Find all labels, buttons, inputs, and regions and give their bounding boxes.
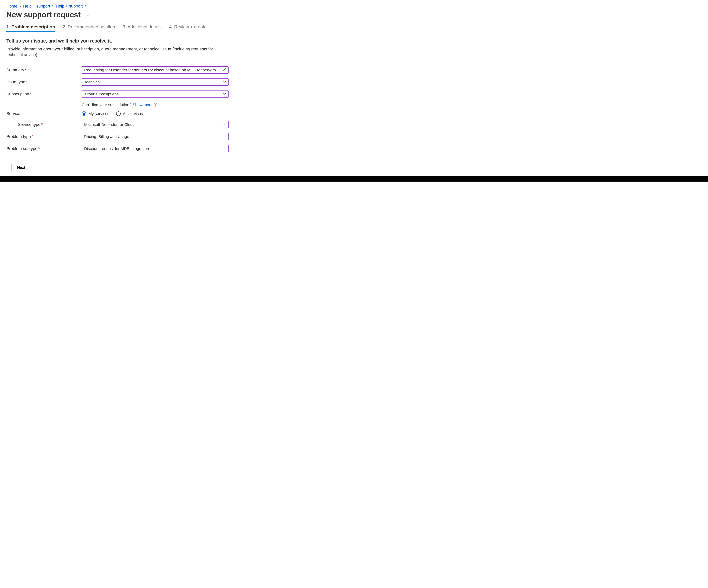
issue-type-select[interactable]: Technical bbox=[82, 79, 229, 86]
summary-input[interactable]: Requesting for Defender for servers P2 d… bbox=[82, 66, 229, 73]
tree-connector-icon bbox=[10, 117, 16, 124]
chevron-down-icon bbox=[223, 146, 226, 151]
subscription-label: Subscription* bbox=[6, 92, 82, 96]
chevron-down-icon bbox=[223, 80, 226, 84]
service-radio-group: My services All services bbox=[82, 112, 229, 116]
chevron-right-icon bbox=[85, 5, 87, 7]
service-type-label: Service type* bbox=[6, 122, 82, 127]
tab-review-create[interactable]: 4. Review + create bbox=[169, 24, 207, 32]
radio-unchecked-icon bbox=[116, 112, 121, 116]
tab-additional-details[interactable]: 3. Additional details bbox=[123, 24, 162, 32]
tab-recommended-solution[interactable]: 2. Recommended solution bbox=[63, 24, 115, 32]
subscription-select[interactable]: <Your subscription> bbox=[82, 91, 229, 98]
check-icon bbox=[222, 68, 226, 72]
footer-bar: Next bbox=[0, 160, 708, 176]
decorative-strip bbox=[0, 176, 708, 182]
breadcrumb: Home Help + support Help + support bbox=[6, 4, 702, 9]
problem-type-label: Problem type* bbox=[6, 134, 82, 139]
chevron-down-icon bbox=[223, 134, 226, 139]
breadcrumb-help-support-1[interactable]: Help + support bbox=[23, 4, 50, 9]
chevron-right-icon bbox=[52, 5, 54, 7]
chevron-down-icon bbox=[223, 122, 226, 127]
problem-subtype-select[interactable]: Discount request for MDE integration bbox=[82, 145, 229, 152]
summary-label: Summary* bbox=[6, 67, 82, 72]
chevron-right-icon bbox=[20, 5, 21, 7]
subscription-hint: Can't find your subscription? Show more … bbox=[82, 102, 157, 107]
radio-all-services[interactable]: All services bbox=[116, 112, 143, 116]
problem-subtype-label: Problem subtype* bbox=[6, 146, 82, 151]
next-button[interactable]: Next bbox=[11, 164, 31, 171]
problem-type-select[interactable]: Pricing, Billing and Usage bbox=[82, 133, 229, 140]
tab-problem-description[interactable]: 1. Problem description bbox=[6, 24, 55, 32]
radio-my-services[interactable]: My services bbox=[82, 112, 109, 116]
wizard-tabs: 1. Problem description 2. Recommended so… bbox=[6, 24, 702, 32]
page-title: New support request bbox=[6, 10, 81, 19]
more-actions-button[interactable]: ··· bbox=[84, 13, 91, 19]
section-description: Provide information about your billing, … bbox=[6, 46, 221, 57]
breadcrumb-home[interactable]: Home bbox=[6, 4, 18, 9]
radio-checked-icon bbox=[82, 112, 86, 116]
service-type-select[interactable]: Microsoft Defender for Cloud bbox=[82, 121, 229, 128]
info-icon[interactable]: i bbox=[154, 103, 157, 106]
show-more-link[interactable]: Show more bbox=[132, 102, 152, 107]
service-label: Service bbox=[6, 111, 82, 116]
chevron-down-icon bbox=[223, 92, 226, 96]
issue-type-label: Issue type* bbox=[6, 80, 82, 85]
section-heading: Tell us your issue, and we'll help you r… bbox=[6, 38, 702, 44]
breadcrumb-help-support-2[interactable]: Help + support bbox=[56, 4, 83, 9]
